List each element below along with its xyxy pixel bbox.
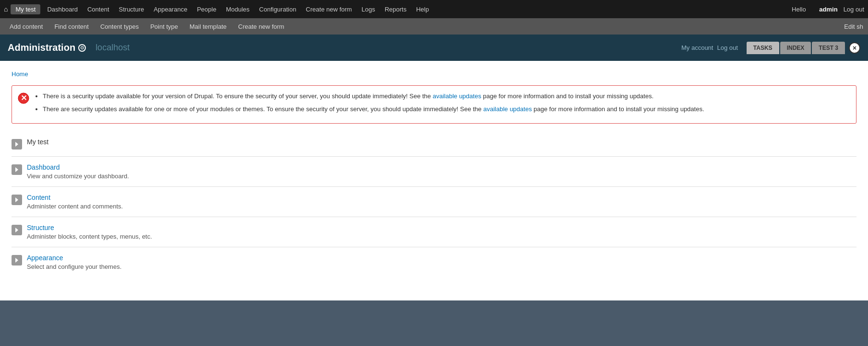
- warning-box: ✕ There is a security update available f…: [12, 85, 856, 124]
- item-content-my-test: My test: [27, 138, 856, 146]
- site-name-button[interactable]: My test: [11, 4, 40, 14]
- secondary-navigation: Add content Find content Content types P…: [0, 18, 868, 35]
- tab-test3[interactable]: TEST 3: [812, 42, 845, 54]
- tab-tasks[interactable]: TASKS: [747, 42, 779, 54]
- item-content-structure: Structure Administer blocks, content typ…: [27, 224, 856, 240]
- available-updates-link-1[interactable]: available updates: [433, 92, 481, 100]
- nav-item-content[interactable]: Content: [83, 4, 114, 15]
- item-title-structure[interactable]: Structure: [27, 224, 856, 231]
- sec-nav-content-types[interactable]: Content types: [95, 21, 143, 32]
- nav-item-appearance[interactable]: Appearance: [149, 4, 192, 15]
- nav-right-area: Hello admin Log out: [792, 6, 864, 13]
- localhost-text: localhost: [95, 43, 130, 53]
- item-desc-content: Administer content and comments.: [27, 203, 123, 210]
- sec-nav-create-new-form[interactable]: Create new form: [233, 21, 289, 32]
- administration-label: Administration: [8, 42, 75, 53]
- header-logout-link[interactable]: Log out: [717, 44, 737, 51]
- item-arrow-my-test[interactable]: [12, 139, 22, 150]
- nav-item-dashboard[interactable]: Dashboard: [42, 4, 83, 15]
- warning-content: There is a security update available for…: [34, 92, 704, 117]
- nav-item-help[interactable]: Help: [411, 4, 434, 15]
- close-button[interactable]: ×: [849, 42, 860, 54]
- hello-text: Hello: [792, 6, 806, 13]
- list-item-dashboard: Dashboard View and customize your dashbo…: [12, 156, 856, 186]
- warning-item-1: There is a security update available for…: [43, 92, 704, 102]
- sec-nav-mail-template[interactable]: Mail template: [185, 21, 231, 32]
- home-icon[interactable]: ⌂: [4, 5, 8, 13]
- admin-header: Administration ⊙ localhost My account Lo…: [0, 35, 868, 61]
- svg-marker-5: [15, 228, 18, 232]
- item-arrow-content[interactable]: [12, 195, 22, 205]
- nav-item-modules[interactable]: Modules: [221, 4, 254, 15]
- nav-item-create-new-form[interactable]: Create new form: [301, 4, 357, 15]
- item-content-dashboard: Dashboard View and customize your dashbo…: [27, 163, 856, 180]
- item-title-my-test: My test: [27, 138, 48, 146]
- available-updates-link-2[interactable]: available updates: [483, 105, 532, 113]
- item-title-appearance[interactable]: Appearance: [27, 254, 856, 262]
- admin-name: admin: [819, 6, 837, 13]
- my-account-link[interactable]: My account: [681, 44, 713, 51]
- sec-nav-find-content[interactable]: Find content: [49, 21, 94, 32]
- nav-item-logs[interactable]: Logs: [357, 4, 380, 15]
- svg-text:✕: ✕: [21, 94, 27, 102]
- svg-marker-2: [15, 142, 18, 147]
- item-desc-dashboard: View and customize your dashboard.: [27, 173, 129, 180]
- list-item-content: Content Administer content and comments.: [12, 186, 856, 217]
- top-navigation: ⌂ My test Dashboard Content Structure Ap…: [0, 0, 868, 18]
- list-item-my-test: My test: [12, 131, 856, 156]
- nav-item-configuration[interactable]: Configuration: [254, 4, 301, 15]
- item-title-content[interactable]: Content: [27, 194, 856, 201]
- item-content-appearance: Appearance Select and configure your the…: [27, 254, 856, 270]
- list-item-structure: Structure Administer blocks, content typ…: [12, 217, 856, 247]
- header-right: My account Log out TASKS INDEX TEST 3 ×: [681, 42, 860, 54]
- item-desc-appearance: Select and configure your themes.: [27, 263, 121, 270]
- edit-shortcut: Edit sh: [844, 23, 863, 30]
- svg-marker-4: [15, 197, 18, 202]
- item-arrow-dashboard[interactable]: [12, 164, 22, 175]
- tab-index[interactable]: INDEX: [780, 42, 811, 54]
- svg-marker-3: [15, 167, 18, 172]
- item-desc-structure: Administer blocks, content types, menus,…: [27, 233, 152, 240]
- sec-nav-point-type[interactable]: Point type: [145, 21, 183, 32]
- warning-icon: ✕: [18, 92, 29, 104]
- warning-item-2: There are security updates available for…: [43, 104, 704, 115]
- item-arrow-structure[interactable]: [12, 225, 22, 235]
- item-content-content: Content Administer content and comments.: [27, 194, 856, 210]
- nav-item-reports[interactable]: Reports: [380, 4, 412, 15]
- item-title-dashboard[interactable]: Dashboard: [27, 163, 856, 171]
- logout-button[interactable]: Log out: [844, 6, 864, 13]
- sec-nav-add-content[interactable]: Add content: [5, 21, 48, 32]
- nav-item-people[interactable]: People: [192, 4, 221, 15]
- breadcrumb: Home: [12, 70, 856, 78]
- nav-item-structure[interactable]: Structure: [114, 4, 149, 15]
- breadcrumb-home[interactable]: Home: [12, 70, 28, 78]
- admin-list: My test Dashboard View and customize you…: [12, 131, 856, 277]
- list-item-appearance: Appearance Select and configure your the…: [12, 247, 856, 277]
- item-arrow-appearance[interactable]: [12, 255, 22, 265]
- main-content: Home ✕ There is a security update availa…: [0, 61, 868, 300]
- svg-marker-6: [15, 258, 18, 263]
- admin-title: Administration ⊙: [8, 42, 86, 53]
- info-icon[interactable]: ⊙: [78, 44, 86, 52]
